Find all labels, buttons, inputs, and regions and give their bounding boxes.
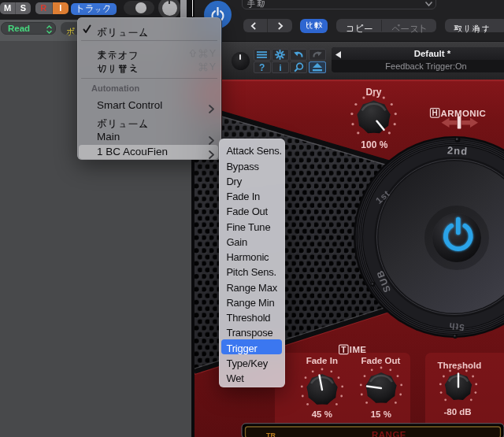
svg-text:Threshold: Threshold (438, 361, 482, 370)
svg-text:ARMONIC: ARMONIC (441, 109, 487, 118)
svg-text:-80 dB: -80 dB (443, 407, 471, 417)
svg-text:T: T (341, 346, 346, 354)
svg-text:100 %: 100 % (361, 139, 387, 150)
svg-text:15 %: 15 % (371, 409, 391, 419)
svg-text:Fade Out: Fade Out (361, 356, 401, 365)
svg-text:RANGE: RANGE (372, 430, 406, 437)
svg-text:Fade In: Fade In (306, 356, 338, 365)
svg-text:IME: IME (350, 345, 367, 354)
svg-text:45 %: 45 % (312, 409, 332, 419)
svg-text:TR: TR (266, 431, 276, 437)
svg-text:2nd: 2nd (447, 144, 469, 157)
svg-text:5th: 5th (448, 321, 465, 332)
svg-text:H: H (432, 109, 438, 117)
